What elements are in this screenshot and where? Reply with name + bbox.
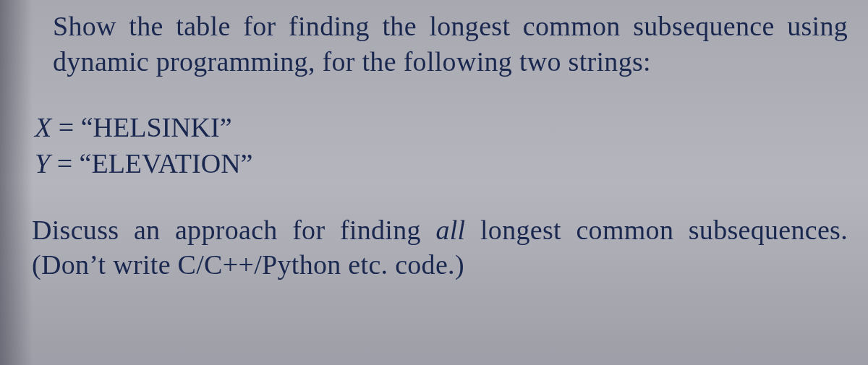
y-equals: = <box>50 148 79 179</box>
string-definitions: X = “HELSINKI” Y = “ELEVATION” <box>35 109 848 181</box>
discussion-pre: Discuss an approach for finding <box>32 215 435 245</box>
x-value: “HELSINKI” <box>81 112 232 142</box>
y-variable: Y <box>35 148 50 179</box>
x-definition: X = “HELSINKI” <box>35 109 848 145</box>
x-equals: = <box>51 112 80 142</box>
problem-statement: Show the table for finding the longest c… <box>53 9 848 79</box>
discussion-emph: all <box>435 215 465 245</box>
y-value: “ELEVATION” <box>80 148 253 179</box>
discussion-prompt: Discuss an approach for finding all long… <box>32 212 848 283</box>
x-variable: X <box>35 112 51 142</box>
y-definition: Y = “ELEVATION” <box>35 145 848 181</box>
